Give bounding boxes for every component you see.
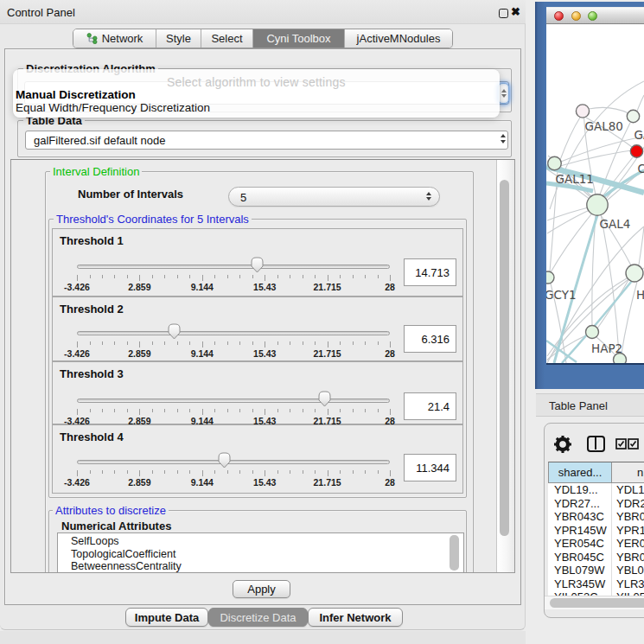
threshold-value-field[interactable]: 14.713 <box>404 258 456 286</box>
table-hscrollbar-track[interactable] <box>545 596 644 609</box>
table-row[interactable]: YLR345WYLR345W <box>548 577 644 591</box>
table-panel-titlebar[interactable]: Table Panel <box>536 393 644 417</box>
threshold-value-field[interactable]: 11.344 <box>404 454 456 481</box>
table-hscrollbar-thumb[interactable] <box>550 598 644 608</box>
column-header-shared-name[interactable]: shared... <box>548 462 612 483</box>
tab-style[interactable]: Style <box>156 29 201 48</box>
table-row[interactable]: YBR043CYBR043C <box>548 510 644 524</box>
scrollbar-thumb[interactable] <box>500 180 509 536</box>
apply-button[interactable]: Apply <box>233 580 290 598</box>
network-node[interactable] <box>587 194 608 215</box>
column-header-name[interactable]: n... <box>612 462 644 483</box>
slider-track[interactable] <box>77 265 390 269</box>
cell-name[interactable]: YPR145W <box>612 524 644 538</box>
tab-label: Impute Data <box>135 611 199 624</box>
table-row[interactable]: YDR27...YDR27... <box>548 497 644 511</box>
network-edge[interactable] <box>589 107 628 113</box>
list-scrollbar-thumb[interactable] <box>450 535 459 571</box>
slider-thumb[interactable] <box>168 323 181 340</box>
numerical-attributes-list[interactable]: SelfLoopsTopologicalCoefficientBetweenne… <box>57 532 464 573</box>
tick-label: 9.144 <box>191 282 214 292</box>
cell-shared-name[interactable]: YLR345W <box>548 577 612 591</box>
select-columns-icon[interactable] <box>615 438 627 450</box>
cell-shared-name[interactable]: YBR045C <box>548 551 612 564</box>
tick-label: 28 <box>385 348 395 359</box>
split-table-icon[interactable] <box>587 436 605 452</box>
select-all-columns-icon[interactable] <box>628 438 639 450</box>
dropdown-item-equal-width-frequency[interactable]: Equal Width/Frequency Discretization <box>16 101 210 114</box>
tab-network[interactable]: Network <box>73 29 156 48</box>
slider-track[interactable] <box>77 399 390 403</box>
table-row[interactable]: YBL079WYBL079W <box>548 564 644 577</box>
table-row[interactable]: YDL19...YDL19... <box>548 483 644 497</box>
threshold-value-field[interactable]: 21.4 <box>404 392 456 420</box>
tab-discretize-data[interactable]: Discretize Data <box>208 608 308 627</box>
threshold-value-field[interactable]: 6.316 <box>404 325 456 353</box>
cell-shared-name[interactable]: YPR145W <box>548 524 612 538</box>
table-row[interactable]: YPR145WYPR145W <box>548 524 644 538</box>
tab-impute-data[interactable]: Impute Data <box>125 608 208 627</box>
dropdown-item-manual-discretization[interactable]: Manual Discretization <box>16 88 136 101</box>
table-data-combobox[interactable]: galFiltered.sif default node <box>25 131 508 150</box>
attribute-list-item[interactable]: BetweennessCentrality <box>58 560 463 573</box>
network-node[interactable] <box>546 271 554 284</box>
cell-shared-name[interactable]: YDL19... <box>548 483 612 497</box>
network-node[interactable] <box>630 145 642 157</box>
cell-name[interactable]: YBR045C <box>612 551 644 564</box>
tick-label: 21.715 <box>314 282 341 292</box>
tab-label: Network <box>102 32 143 45</box>
network-edge[interactable] <box>639 226 644 265</box>
attribute-list-item[interactable]: SelfLoops <box>58 535 463 548</box>
cell-name[interactable]: YBL079W <box>612 564 644 577</box>
network-window-titlebar[interactable] <box>546 7 644 24</box>
minimize-traffic-light-icon[interactable] <box>571 11 581 21</box>
network-node[interactable] <box>626 265 643 282</box>
tick-label: -3.426 <box>64 282 90 292</box>
network-node-label: HA <box>636 288 644 302</box>
cell-shared-name[interactable]: YBL079W <box>548 564 612 577</box>
network-edge[interactable] <box>622 282 637 354</box>
network-node[interactable] <box>548 156 562 170</box>
desktop-strip <box>0 631 526 644</box>
slider-thumb[interactable] <box>318 391 331 407</box>
control-panel-titlebar[interactable]: Control Panel ✖ <box>0 0 526 24</box>
settings-scrollpane: Interval Definition Number of Intervals … <box>10 159 515 573</box>
cell-shared-name[interactable]: YDR27... <box>548 497 612 511</box>
network-canvas[interactable]: GAL80GACYGAL11GAL4GCY1HAHAP2 <box>546 24 644 363</box>
slider-thumb[interactable] <box>251 257 264 273</box>
cell-shared-name[interactable]: YER054C <box>548 537 612 551</box>
network-node[interactable] <box>586 326 599 339</box>
cell-name[interactable]: YDR27... <box>612 497 644 511</box>
slider-thumb[interactable] <box>218 452 231 469</box>
float-window-icon[interactable] <box>499 9 508 18</box>
cell-name[interactable]: YER054C <box>612 537 644 551</box>
network-node[interactable] <box>627 110 639 122</box>
slider-track[interactable] <box>77 331 390 335</box>
close-traffic-light-icon[interactable] <box>554 11 564 21</box>
cell-name[interactable]: YDL19... <box>612 483 644 497</box>
network-edge[interactable] <box>560 118 580 160</box>
table-row[interactable]: YBR045CYBR045C <box>548 551 644 564</box>
cell-name[interactable]: YBR043C <box>612 510 644 524</box>
tab-label: Discretize Data <box>220 611 296 624</box>
tab-jactivemnodules[interactable]: jActiveMNodules <box>344 29 452 48</box>
network-edge[interactable] <box>547 207 589 220</box>
number-of-intervals-combobox[interactable]: 5 <box>228 187 440 207</box>
tab-infer-network[interactable]: Infer Network <box>308 608 403 627</box>
table-row[interactable]: YER054CYER054C <box>548 537 644 551</box>
network-edge[interactable] <box>551 214 591 272</box>
network-edge[interactable] <box>601 214 619 354</box>
cell-shared-name[interactable]: YBR043C <box>548 510 612 524</box>
close-icon[interactable]: ✖ <box>511 5 520 18</box>
slider-track[interactable] <box>77 460 390 464</box>
network-node[interactable] <box>576 105 589 118</box>
tick-label: 9.144 <box>191 477 214 488</box>
tick-label: 15.43 <box>253 282 276 292</box>
zoom-traffic-light-icon[interactable] <box>588 11 597 21</box>
tab-cyni-toolbox[interactable]: Cyni Toolbox <box>252 29 344 48</box>
gear-icon[interactable] <box>553 435 572 454</box>
interval-definition-label: Interval Definition <box>50 165 142 178</box>
tab-select[interactable]: Select <box>201 29 252 48</box>
attribute-list-item[interactable]: TopologicalCoefficient <box>58 548 463 561</box>
cell-name[interactable]: YLR345W <box>612 577 644 591</box>
